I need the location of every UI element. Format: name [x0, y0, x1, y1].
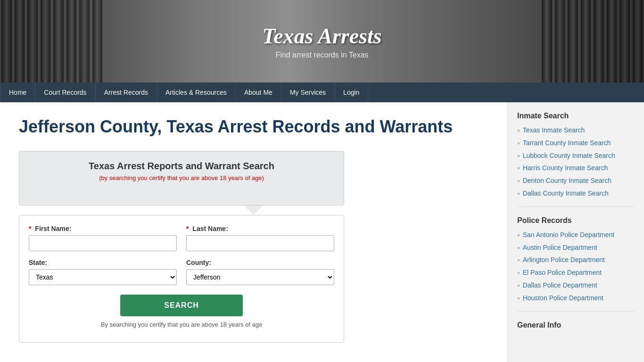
police-link-4[interactable]: Dallas Police Department: [523, 281, 597, 290]
list-item: El Paso Police Department: [517, 268, 635, 278]
first-name-group: * First Name:: [29, 225, 177, 251]
list-item: Houston Police Department: [517, 294, 635, 304]
inmate-link-3[interactable]: Harris County Inmate Search: [523, 164, 608, 173]
last-name-label: * Last Name:: [186, 225, 334, 232]
inmate-link-5[interactable]: Dallas County Inmate Search: [523, 189, 609, 198]
required-star-2: *: [186, 225, 189, 232]
list-item: Dallas County Inmate Search: [517, 189, 635, 199]
state-group: State: Texas: [29, 259, 177, 285]
content-area: Jefferson County, Texas Arrest Records a…: [0, 102, 507, 362]
police-records-title: Police Records: [517, 216, 635, 225]
state-select[interactable]: Texas: [29, 269, 177, 285]
main-container: Jefferson County, Texas Arrest Records a…: [0, 102, 644, 362]
nav-court-records[interactable]: Court Records: [35, 82, 95, 102]
inmate-link-4[interactable]: Denton County Inmate Search: [523, 176, 611, 186]
site-title: Texas Arrests: [262, 24, 381, 49]
list-item: Texas Inmate Search: [517, 126, 635, 136]
list-item: Denton County Inmate Search: [517, 176, 635, 186]
bars-left: [0, 0, 104, 82]
inmate-search-list: Texas Inmate Search Tarrant County Inmat…: [517, 126, 635, 199]
search-box-title: Texas Arrest Reports and Warrant Search: [33, 161, 330, 172]
general-info-title: General Info: [517, 321, 635, 329]
list-item: Harris County Inmate Search: [517, 164, 635, 173]
list-item: Arlington Police Department: [517, 255, 635, 265]
bars-right: [540, 0, 644, 82]
required-star: *: [29, 225, 31, 232]
police-link-3[interactable]: El Paso Police Department: [523, 268, 602, 278]
list-item: Lubbock County Inmate Search: [517, 151, 635, 161]
last-name-input[interactable]: [186, 235, 334, 251]
nav-about[interactable]: About Me: [236, 82, 281, 102]
nav-login[interactable]: Login: [335, 82, 368, 102]
list-item: San Antonio Police Department: [517, 230, 635, 240]
sidebar: Inmate Search Texas Inmate Search Tarran…: [507, 102, 644, 362]
list-item: Tarrant County Inmate Search: [517, 139, 635, 148]
search-form: * First Name: * Last Name: State:: [19, 215, 344, 343]
nav-services[interactable]: My Services: [281, 82, 335, 102]
location-row: State: Texas County: Jefferson: [29, 259, 334, 285]
main-nav: Home Court Records Arrest Records Articl…: [0, 82, 644, 102]
divider-1: [517, 206, 635, 207]
last-name-group: * Last Name:: [186, 225, 334, 251]
list-item: Dallas Police Department: [517, 281, 635, 291]
police-link-2[interactable]: Arlington Police Department: [523, 255, 605, 265]
site-header: Texas Arrests Find arrest records in Tex…: [0, 0, 644, 82]
certify-text: By searching you certify that you are ab…: [29, 321, 334, 328]
page-title: Jefferson County, Texas Arrest Records a…: [19, 116, 488, 137]
inmate-link-1[interactable]: Tarrant County Inmate Search: [523, 139, 611, 148]
site-subtitle: Find arrest records in Texas: [262, 51, 381, 59]
county-group: County: Jefferson: [186, 259, 334, 285]
first-name-label: * First Name:: [29, 225, 177, 232]
police-link-1[interactable]: Austin Police Department: [523, 243, 597, 253]
search-box-note: (by searching you certify that you are a…: [33, 174, 330, 181]
name-row: * First Name: * Last Name:: [29, 225, 334, 251]
first-name-input[interactable]: [29, 235, 177, 251]
list-item: Austin Police Department: [517, 243, 635, 253]
nav-articles[interactable]: Articles & Resources: [157, 82, 236, 102]
state-label: State:: [29, 259, 177, 266]
police-records-list: San Antonio Police Department Austin Pol…: [517, 230, 635, 304]
arrow-down: [244, 206, 263, 215]
search-box: Texas Arrest Reports and Warrant Search …: [19, 151, 344, 206]
nav-home[interactable]: Home: [0, 82, 35, 102]
inmate-search-title: Inmate Search: [517, 112, 635, 120]
police-link-5[interactable]: Houston Police Department: [523, 294, 603, 303]
nav-arrest-records[interactable]: Arrest Records: [96, 82, 157, 102]
inmate-link-0[interactable]: Texas Inmate Search: [523, 126, 585, 135]
inmate-link-2[interactable]: Lubbock County Inmate Search: [523, 151, 615, 161]
county-select[interactable]: Jefferson: [186, 269, 334, 285]
county-label: County:: [186, 259, 334, 266]
search-button[interactable]: SEARCH: [120, 295, 243, 316]
divider-2: [517, 311, 635, 312]
police-link-0[interactable]: San Antonio Police Department: [523, 230, 615, 240]
